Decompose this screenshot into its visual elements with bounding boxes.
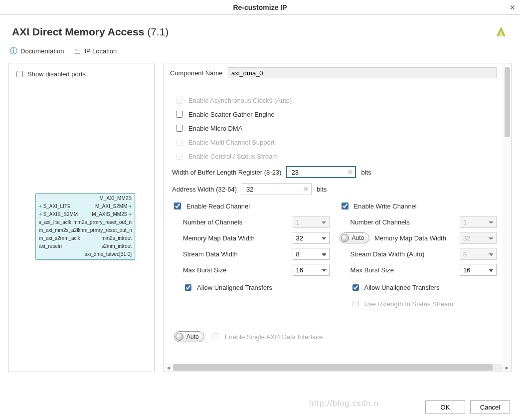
info-icon: ⓘ bbox=[10, 46, 17, 56]
product-title: AXI Direct Memory Access (7.1) bbox=[12, 26, 169, 38]
addr-width-input[interactable] bbox=[242, 183, 312, 195]
buffer-len-unit: bits bbox=[361, 169, 371, 176]
titlebar: Re-customize IP × bbox=[0, 0, 520, 15]
ok-button[interactable]: OK bbox=[425, 400, 465, 414]
documentation-link[interactable]: ⓘ Documentation bbox=[10, 46, 64, 56]
async-clocks-label: Enable Asynchronous Clocks (Auto) bbox=[188, 97, 292, 104]
read-mmwidth-label: Memory Map Data Width bbox=[183, 234, 289, 242]
toggle-knob-icon bbox=[341, 234, 349, 242]
sg-engine-checkbox[interactable] bbox=[176, 111, 183, 118]
scrollbar-thumb[interactable] bbox=[173, 364, 493, 371]
sg-engine-label: Enable Scatter Gather Engine bbox=[188, 111, 275, 118]
enable-read-checkbox[interactable] bbox=[174, 203, 181, 210]
micro-dma-label: Enable Micro DMA bbox=[188, 125, 242, 132]
async-clocks-checkbox bbox=[176, 97, 183, 104]
bottom-auto-label: Auto bbox=[186, 333, 199, 340]
show-disabled-ports-checkbox[interactable] bbox=[16, 71, 23, 77]
multi-channel-checkbox bbox=[176, 139, 183, 146]
write-streamwidth-select: 8 bbox=[460, 248, 497, 260]
horizontal-scrollbar[interactable]: ◄ ► bbox=[164, 363, 512, 372]
ip-location-label: IP Location bbox=[84, 47, 117, 55]
single-axi4-checkbox bbox=[212, 333, 219, 340]
single-axi4-label: Enable Single AXI4 Data Interface bbox=[225, 333, 323, 341]
write-channel-column: Enable Write Channel Number of Channels … bbox=[340, 201, 497, 309]
write-burst-select[interactable]: 16 bbox=[460, 264, 497, 276]
enable-write-label: Enable Write Channel bbox=[354, 203, 417, 210]
ctrl-status-checkbox bbox=[176, 153, 183, 160]
addr-width-unit: bits bbox=[317, 186, 327, 193]
write-mmwidth-auto-toggle[interactable]: Auto bbox=[340, 232, 370, 243]
write-numch-select: 1 bbox=[460, 216, 497, 228]
scroll-left-icon[interactable]: ◄ bbox=[164, 363, 173, 372]
close-icon[interactable]: × bbox=[510, 0, 515, 15]
read-streamwidth-label: Stream Data Width bbox=[183, 250, 289, 258]
buffer-len-input[interactable] bbox=[286, 166, 356, 178]
product-version: (7.1) bbox=[147, 26, 169, 37]
product-name: AXI Direct Memory Access bbox=[12, 26, 144, 37]
read-numch-label: Number of Channels bbox=[183, 218, 289, 226]
single-axi4-auto-toggle[interactable]: Auto bbox=[174, 331, 204, 342]
ip-location-link[interactable]: 🗀 IP Location bbox=[74, 47, 117, 55]
read-channel-column: Enable Read Channel Number of Channels 1… bbox=[172, 201, 330, 309]
window-title: Re-customize IP bbox=[233, 3, 287, 11]
read-burst-label: Max Burst Size bbox=[183, 266, 289, 274]
toolbar: ⓘ Documentation 🗀 IP Location bbox=[0, 44, 520, 63]
dialog-footer: OK Cancel bbox=[425, 400, 510, 414]
read-unaligned-checkbox[interactable] bbox=[185, 284, 191, 291]
enable-read-label: Enable Read Channel bbox=[186, 203, 250, 210]
multi-channel-label: Enable Multi Channel Support bbox=[188, 139, 275, 146]
component-name-label: Component Name bbox=[170, 69, 228, 77]
write-unaligned-checkbox[interactable] bbox=[352, 284, 359, 291]
clear-icon[interactable]: ⊗ bbox=[303, 185, 309, 193]
show-disabled-ports-label: Show disabled ports bbox=[27, 70, 86, 78]
write-burst-label: Max Burst Size bbox=[350, 266, 456, 274]
clear-icon[interactable]: ⊗ bbox=[347, 168, 353, 176]
rxlength-checkbox bbox=[352, 301, 359, 307]
watermark: http://blog.csdn.n bbox=[309, 399, 379, 408]
read-streamwidth-select[interactable]: 8 bbox=[293, 248, 330, 260]
write-mmwidth-label: Memory Map Data Width bbox=[374, 234, 455, 242]
micro-dma-checkbox[interactable] bbox=[176, 125, 183, 132]
xilinx-logo-icon bbox=[494, 24, 508, 39]
cancel-button[interactable]: Cancel bbox=[470, 400, 510, 414]
read-unaligned-label: Allow Unaligned Transfers bbox=[197, 284, 272, 291]
enable-write-checkbox[interactable] bbox=[342, 203, 348, 210]
vertical-scrollbar[interactable] bbox=[503, 63, 512, 363]
scroll-right-icon[interactable]: ► bbox=[503, 363, 512, 372]
read-burst-select[interactable]: 16 bbox=[293, 264, 330, 276]
write-numch-label: Number of Channels bbox=[350, 218, 456, 226]
write-mmwidth-select: 32 bbox=[460, 232, 497, 244]
component-name-input[interactable] bbox=[228, 67, 497, 78]
preview-panel: Show disabled ports M_AXI_MM2S + S_AXI_L… bbox=[8, 63, 155, 372]
scrollbar-thumb[interactable] bbox=[505, 67, 510, 137]
buffer-len-label: Width of Buffer Length Register (8-23) bbox=[172, 169, 281, 176]
write-streamwidth-label: Stream Data Width (Auto) bbox=[350, 250, 456, 258]
read-mmwidth-select[interactable]: 32 bbox=[293, 232, 330, 244]
addr-width-label: Address Width (32-64) bbox=[172, 186, 237, 193]
block-diagram: M_AXI_MM2S + S_AXI_LITEM_AXI_S2MM + + S_… bbox=[35, 193, 135, 260]
ctrl-status-label: Enable Control / Status Stream bbox=[188, 153, 278, 160]
read-numch-select: 1 bbox=[293, 216, 330, 228]
rxlength-label: Use Rxlength In Status Stream bbox=[364, 300, 453, 308]
folder-icon: 🗀 bbox=[74, 47, 81, 55]
toggle-knob-icon bbox=[175, 333, 183, 341]
write-unaligned-label: Allow Unaligned Transfers bbox=[364, 284, 440, 291]
write-auto-label: Auto bbox=[352, 234, 364, 241]
documentation-label: Documentation bbox=[20, 47, 64, 55]
header: AXI Direct Memory Access (7.1) bbox=[0, 15, 520, 44]
config-panel: Component Name Enable Asynchronous Clock… bbox=[164, 63, 512, 372]
